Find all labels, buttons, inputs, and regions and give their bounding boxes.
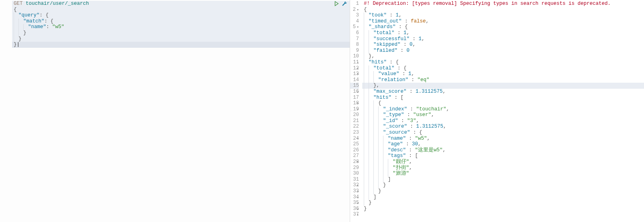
response-code-line: ]: [362, 177, 644, 183]
response-line-number: 10▴: [350, 53, 359, 59]
response-code-line: #! Deprecation: [types removal] Specifyi…: [362, 1, 644, 7]
request-code-line[interactable]: }: [12, 36, 350, 42]
response-line-number: 28: [350, 159, 359, 165]
response-code-line: "failed" : 0: [362, 48, 644, 54]
fold-toggle-icon[interactable]: ▾: [357, 24, 359, 31]
request-editor[interactable]: GET touchair/user/_search{"query": {"mat…: [0, 0, 350, 222]
response-code-line: "took" : 1,: [362, 12, 644, 18]
response-line-number: 24: [350, 136, 359, 142]
response-line-number: 16: [350, 89, 359, 95]
response-code-line: "tags" : [: [362, 153, 644, 159]
response-line-number: 23▾: [350, 130, 359, 136]
request-code-line[interactable]: "match": {: [12, 18, 350, 24]
response-line-number: 1: [350, 1, 359, 7]
response-line-number: 5▾: [350, 24, 359, 30]
response-line-number: 31▴: [350, 177, 359, 183]
response-line-number: 13: [350, 71, 359, 77]
response-code-line: "hits" : [: [362, 95, 644, 101]
response-code-line: "扑街",: [362, 165, 644, 171]
response-code-line: "_score" : 1.3112575,: [362, 124, 644, 130]
run-query-icon[interactable]: [334, 1, 339, 8]
response-viewer[interactable]: 12▾345▾678910▴11▾12▾131415▴1617▾18▾19202…: [350, 0, 644, 222]
request-code-line[interactable]: }|: [12, 42, 350, 48]
response-code-line: {: [362, 7, 644, 13]
response-code-line: "_source" : {: [362, 130, 644, 136]
response-code-line: },: [362, 53, 644, 59]
response-code: #! Deprecation: [types removal] Specifyi…: [362, 0, 644, 218]
response-line-number: 12▾: [350, 65, 359, 71]
response-code-line: "hits" : {: [362, 59, 644, 65]
response-code-line: [362, 212, 644, 218]
response-line-number: 25: [350, 141, 359, 147]
response-line-number: 21: [350, 118, 359, 124]
response-line-number: 37: [350, 212, 359, 218]
response-code-line: "total" : {: [362, 65, 644, 71]
response-code-line: "age" : 30,: [362, 141, 644, 147]
response-code-line: "_id" : "3",: [362, 118, 644, 124]
response-code-line: {: [362, 100, 644, 106]
response-line-number: 36▴: [350, 206, 359, 212]
response-line-number: 32▴: [350, 182, 359, 188]
response-code-line: "_index" : "touchair",: [362, 106, 644, 112]
response-code-line: "max_score" : 1.3112575,: [362, 89, 644, 95]
response-code-line: ]: [362, 194, 644, 200]
response-code-line: },: [362, 83, 644, 89]
response-line-number: 3: [350, 12, 359, 18]
request-actions: [334, 1, 347, 8]
response-code-line: "total" : 1,: [362, 30, 644, 36]
response-viewer-pane: ⋮ 12▾345▾678910▴11▾12▾131415▴1617▾18▾192…: [350, 0, 644, 222]
response-line-number: 6: [350, 30, 359, 36]
response-code-line: "relation" : "eq": [362, 77, 644, 83]
request-gutter: [0, 0, 12, 48]
response-line-number: 17▾: [350, 95, 359, 101]
response-code-line: "skipped" : 0,: [362, 42, 644, 48]
response-line-number: 35▴: [350, 200, 359, 206]
response-line-number: 18▾: [350, 100, 359, 106]
request-code-line[interactable]: "name": "w5": [12, 24, 350, 30]
request-code-line[interactable]: }: [12, 30, 350, 36]
request-method-line[interactable]: GET touchair/user/_search: [12, 1, 350, 7]
request-code[interactable]: GET touchair/user/_search{"query": {"mat…: [12, 0, 350, 48]
response-line-number: 30: [350, 171, 359, 177]
response-code-line: }: [362, 182, 644, 188]
wrench-icon[interactable]: [342, 1, 347, 8]
request-code-line[interactable]: "query": {: [12, 12, 350, 18]
request-editor-pane: GET touchair/user/_search{"query": {"mat…: [0, 0, 350, 222]
response-line-number: 15▴: [350, 83, 359, 89]
response-line-number: 29: [350, 165, 359, 171]
response-code-line: "timed_out" : false,: [362, 18, 644, 24]
response-line-number: 9: [350, 48, 359, 54]
response-code-line: "旅游": [362, 171, 644, 177]
response-line-number: 11▾: [350, 59, 359, 65]
pane-resize-handle[interactable]: ⋮: [350, 109, 353, 114]
response-line-number: 22: [350, 124, 359, 130]
response-code-line: }: [362, 200, 644, 206]
request-code-line[interactable]: {: [12, 7, 350, 13]
response-code-line: "_type" : "user",: [362, 112, 644, 118]
response-code-line: "_shards" : {: [362, 24, 644, 30]
response-code-line: "desc" : "这里是w5",: [362, 147, 644, 153]
response-line-number: 2▾: [350, 7, 359, 13]
response-line-number: 14: [350, 77, 359, 83]
response-line-number: 27▾: [350, 153, 359, 159]
response-line-number: 7: [350, 36, 359, 42]
response-code-line: "name" : "w5",: [362, 136, 644, 142]
response-code-line: "靓仔",: [362, 159, 644, 165]
response-code-line: }: [362, 188, 644, 194]
response-code-line: "value" : 1,: [362, 71, 644, 77]
fold-toggle-icon[interactable]: ▾: [357, 7, 359, 13]
response-line-number: 26: [350, 147, 359, 153]
response-line-number: 33▴: [350, 188, 359, 194]
response-code-line: }: [362, 206, 644, 212]
response-line-number: 8: [350, 42, 359, 48]
response-code-line: "successful" : 1,: [362, 36, 644, 42]
response-line-number: 4: [350, 18, 359, 24]
response-line-number: 34▴: [350, 194, 359, 200]
